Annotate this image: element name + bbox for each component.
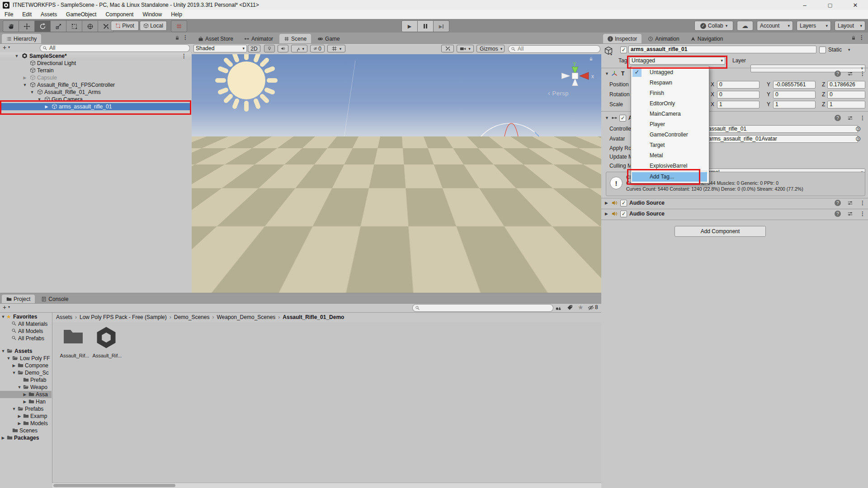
tree-row[interactable]: Prefabs [0, 405, 52, 413]
tree-row[interactable]: Prefab [0, 376, 52, 384]
component-menu-icon[interactable] [860, 115, 865, 121]
tag-dropdown[interactable]: Untagged [629, 57, 725, 65]
help-icon[interactable] [835, 211, 841, 217]
hierarchy-row[interactable]: Assault_Rifle_01_Arms [0, 89, 191, 96]
tab-project[interactable]: Project [2, 295, 35, 303]
audio-toggle-button[interactable] [278, 45, 288, 52]
tree-row[interactable]: Models [0, 420, 52, 427]
preset-icon[interactable] [847, 200, 853, 206]
add-component-button[interactable]: Add Component [675, 226, 766, 237]
tab-asset-store[interactable]: Asset Store [193, 34, 238, 43]
grid-visibility-button[interactable] [327, 45, 345, 52]
scene-menu-icon[interactable] [181, 52, 187, 60]
tab-scene[interactable]: Scene [279, 34, 311, 43]
scene-viewport[interactable]: y x ‹ Persp [192, 54, 601, 293]
tag-option[interactable]: EditorOnly [631, 99, 709, 108]
breadcrumb-item[interactable]: Assets [56, 314, 72, 320]
scale-z-field[interactable]: 1 [827, 101, 865, 108]
tree-row[interactable]: All Models [0, 328, 52, 335]
search-by-type-icon[interactable] [555, 305, 561, 311]
scene-tools-button[interactable] [441, 45, 454, 52]
hierarchy-row[interactable]: Terrain [0, 67, 191, 74]
shading-mode-dropdown[interactable]: Shaded [193, 45, 247, 52]
object-picker-icon[interactable] [855, 125, 861, 133]
breadcrumb-item[interactable]: Weapon_Demo_Scenes [217, 314, 275, 320]
gameobject-icon-caret[interactable]: ▾ [610, 52, 612, 56]
perspective-label[interactable]: ‹ Persp [548, 89, 569, 97]
hierarchy-row[interactable]: Gun Camera [0, 96, 191, 103]
inspector-menu-icon[interactable] [859, 34, 864, 41]
close-button[interactable]: ✕ [843, 0, 868, 10]
scale-x-field[interactable]: 1 [717, 101, 760, 108]
tag-option[interactable]: Metal [631, 150, 709, 160]
tab-hierarchy[interactable]: Hierarchy [2, 34, 41, 43]
tag-option[interactable]: ExplosiveBarrel [631, 161, 709, 171]
breadcrumb-item[interactable]: Low Poly FPS Pack - Free (Sample) [80, 314, 167, 320]
help-icon[interactable] [835, 70, 841, 77]
2d-toggle-button[interactable]: 2D [248, 45, 260, 52]
cloud-button[interactable]: ☁ [737, 21, 753, 31]
hierarchy-row[interactable]: Assault_Rifle_01_FPSController [0, 81, 191, 89]
hierarchy-row-selected[interactable]: arms_assault_rifle_01 [0, 103, 191, 110]
tag-option[interactable]: Respawn [631, 78, 709, 88]
tree-row[interactable]: Compone [0, 362, 52, 369]
position-x-field[interactable]: 0 [717, 81, 760, 89]
tree-row-selected[interactable]: Assa [0, 391, 52, 398]
tree-row-favorites[interactable]: ★ Favorites [0, 313, 52, 320]
hierarchy-search-input[interactable]: All [40, 44, 190, 52]
add-tag-option[interactable]: Add Tag... [632, 172, 707, 182]
local-toggle-button[interactable]: Local [140, 21, 167, 31]
tree-row[interactable]: All Materials [0, 320, 52, 328]
animator-foldout[interactable] [605, 116, 609, 120]
maximize-button[interactable]: ▢ [817, 0, 843, 10]
menu-component[interactable]: Component [101, 10, 138, 19]
step-button[interactable]: ▶ [434, 20, 449, 32]
scale-tool-button[interactable] [51, 20, 66, 32]
hidden-objects-button[interactable]: 0 [310, 45, 325, 52]
pause-button[interactable] [418, 20, 434, 32]
search-by-label-icon[interactable] [567, 305, 573, 310]
rotation-x-field[interactable]: 0 [717, 91, 760, 99]
tag-option[interactable]: GameController [631, 130, 709, 140]
gizmos-dropdown[interactable]: Gizmos [476, 45, 505, 52]
rotation-y-field[interactable]: 0 [773, 91, 816, 99]
horizontal-scrollbar[interactable] [52, 483, 601, 488]
add-object-caret[interactable]: ▾ [8, 45, 10, 49]
audio-source-foldout[interactable] [605, 211, 608, 216]
preset-icon[interactable] [847, 115, 853, 121]
tree-row[interactable]: Low Poly FF [0, 355, 52, 362]
help-icon[interactable] [835, 115, 841, 121]
lock-icon[interactable] [175, 35, 180, 41]
asset-item-folder[interactable]: Assault_Rif... [59, 326, 90, 361]
help-icon[interactable] [835, 200, 841, 206]
transform-tool-button[interactable] [82, 20, 98, 32]
gameobject-name-field[interactable]: arms_assault_rifle_01 [628, 46, 816, 53]
audio-source-foldout[interactable] [605, 201, 608, 205]
component-menu-icon[interactable] [860, 200, 865, 206]
preset-icon[interactable] [847, 71, 853, 77]
scale-y-field[interactable]: 1 [773, 101, 816, 108]
rect-tool-button[interactable] [66, 20, 82, 32]
hierarchy-row-scene[interactable]: SampleScene* [0, 52, 191, 60]
lighting-toggle-button[interactable] [264, 45, 275, 52]
gizmo-lock-icon[interactable] [589, 56, 594, 61]
tab-console[interactable]: Console [37, 295, 73, 303]
hierarchy-row[interactable]: Capsule [0, 74, 191, 81]
tab-inspector[interactable]: i Inspector [603, 34, 642, 43]
breadcrumb-current[interactable]: Assault_Rifle_01_Demo [283, 314, 344, 320]
controller-field[interactable]: assault_rifle_01 [700, 125, 858, 133]
tag-option[interactable]: MainCamera [631, 109, 709, 119]
audio-source-enabled-checkbox[interactable] [620, 200, 627, 206]
project-search-input[interactable] [412, 304, 553, 312]
tree-row-assets[interactable]: Assets [0, 347, 52, 355]
tree-row-packages[interactable]: Packages [0, 434, 52, 441]
tree-row[interactable]: All Prefabs [0, 335, 52, 342]
breadcrumb-item[interactable]: Demo_Scenes [174, 314, 210, 320]
tab-navigation[interactable]: Navigation [686, 34, 728, 43]
play-button[interactable]: ▶ [401, 20, 418, 32]
position-y-field[interactable]: -0.08557561 [773, 81, 816, 89]
asset-item-prefab[interactable]: Assault_Rif... [91, 326, 123, 361]
rotation-z-field[interactable]: 0 [827, 91, 865, 99]
layers-dropdown[interactable]: Layers [797, 21, 831, 31]
active-checkbox[interactable] [620, 47, 627, 53]
